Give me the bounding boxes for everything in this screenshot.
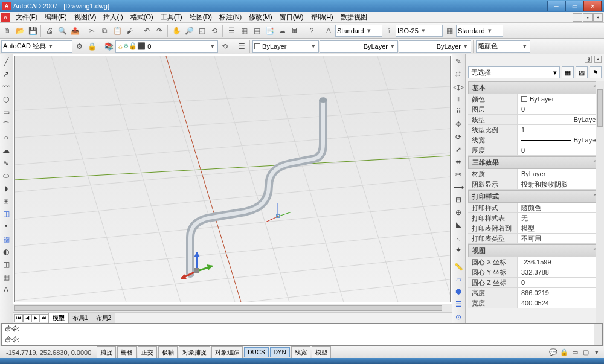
zoom-window-icon[interactable]: ◰ <box>196 25 208 37</box>
zoom-rt-icon[interactable]: 🔎 <box>183 25 195 37</box>
table-style-icon[interactable]: ▦ <box>443 25 455 37</box>
quickcalc-icon[interactable]: 🖩 <box>289 25 301 37</box>
redo-icon[interactable]: ↷ <box>153 25 165 37</box>
dyn-toggle[interactable]: DYN <box>270 347 290 357</box>
rectangle-icon[interactable]: ▭ <box>0 106 12 118</box>
model-viewport[interactable] <box>14 56 451 302</box>
pline-icon[interactable]: 〰 <box>0 81 12 93</box>
text-style-combo[interactable]: Standard▾ <box>335 25 382 37</box>
table-icon[interactable]: ▦ <box>0 271 12 283</box>
pipe-object[interactable] <box>15 56 450 302</box>
prop-color[interactable]: ByLayer <box>518 94 602 104</box>
polygon-icon[interactable]: ⬡ <box>0 94 12 106</box>
menu-window[interactable]: 窗口(W) <box>276 12 307 22</box>
erase-icon[interactable]: ✎ <box>452 56 464 68</box>
mirror-icon[interactable]: ◁▷ <box>452 81 464 93</box>
menu-draw[interactable]: 绘图(D) <box>186 12 216 22</box>
match-prop-icon[interactable]: 🖌 <box>124 25 136 37</box>
tab-next[interactable]: ▶ <box>31 314 40 322</box>
ortho-toggle[interactable]: 正交 <box>138 346 157 359</box>
pickadd-icon[interactable]: ⚑ <box>590 66 602 78</box>
prop-center-x[interactable]: -236.1599 <box>518 257 602 267</box>
rotate-icon[interactable]: ⟳ <box>452 131 464 143</box>
spline-icon[interactable]: ∿ <box>0 157 12 169</box>
model-toggle[interactable]: 模型 <box>312 346 331 359</box>
move-icon[interactable]: ✥ <box>452 118 464 130</box>
trim-icon[interactable]: ✂ <box>452 168 464 180</box>
prop-material[interactable]: ByLayer <box>518 169 602 179</box>
workspace-lock-icon[interactable]: 🔒 <box>86 40 98 53</box>
lwt-toggle[interactable]: 线宽 <box>291 346 310 359</box>
open-icon[interactable]: 📂 <box>14 25 26 37</box>
mdi-restore[interactable]: ▫ <box>583 13 593 22</box>
prop-thickness[interactable]: 0 <box>518 145 602 155</box>
insert-block-icon[interactable]: ⊞ <box>0 195 12 207</box>
menu-format[interactable]: 格式(O) <box>127 12 157 22</box>
offset-icon[interactable]: ⫴ <box>452 93 464 105</box>
markup-icon[interactable]: ☁ <box>276 25 288 37</box>
tab-first[interactable]: ⏮ <box>14 314 23 322</box>
selectobj-icon[interactable]: ▨ <box>576 66 588 78</box>
revcloud-icon[interactable]: ☁ <box>0 144 12 156</box>
scale-icon[interactable]: ⤢ <box>452 144 464 156</box>
menu-tools[interactable]: 工具(T) <box>157 12 186 22</box>
tab-layout2[interactable]: 布局2 <box>92 313 116 323</box>
list-icon[interactable]: ☰ <box>452 298 464 310</box>
fillet-icon[interactable]: ◟ <box>452 231 464 243</box>
panel-close[interactable]: × <box>594 56 602 63</box>
tab-layout1[interactable]: 布局1 <box>68 313 92 323</box>
menu-edit[interactable]: 编辑(E) <box>41 12 71 22</box>
menu-dimension[interactable]: 标注(N) <box>216 12 245 22</box>
region-mass-icon[interactable]: ⬢ <box>452 286 464 298</box>
horizontal-scrollbar[interactable] <box>13 304 452 312</box>
lineweight-combo[interactable]: ByLayer▾ <box>399 40 471 53</box>
hardware-accel-icon[interactable]: ▭ <box>570 348 580 357</box>
table-style-combo[interactable]: Standard▾ <box>456 25 503 37</box>
comm-center-icon[interactable]: 💬 <box>548 348 558 357</box>
prop-plotstyle[interactable]: 随颜色 <box>518 203 602 212</box>
prop-plottable[interactable]: 无 <box>518 213 602 223</box>
designcenter-icon[interactable]: ▦ <box>238 25 250 37</box>
ducs-toggle[interactable]: DUCS <box>244 347 268 357</box>
otrack-toggle[interactable]: 对象追踪 <box>211 346 243 359</box>
coordinates-display[interactable]: -154.7719, 252.6830, 0.0000 <box>2 349 95 356</box>
array-icon[interactable]: ⠿ <box>452 106 464 118</box>
menu-modify[interactable]: 修改(M) <box>245 12 276 22</box>
prop-center-y[interactable]: 332.3788 <box>518 267 602 277</box>
polar-toggle[interactable]: 极轴 <box>158 346 178 359</box>
workspace-settings-icon[interactable]: ⚙ <box>73 40 85 53</box>
layer-combo[interactable]: ☼❄🔓⬛ 0▾ <box>115 40 218 53</box>
copy-obj-icon[interactable]: ⿻ <box>452 68 464 80</box>
selection-combo[interactable]: 无选择▾ <box>468 66 560 78</box>
save-icon[interactable]: 💾 <box>27 25 39 37</box>
tab-last[interactable]: ⏭ <box>40 314 48 322</box>
clean-screen-icon[interactable]: ▢ <box>581 348 591 357</box>
paste-icon[interactable]: 📋 <box>111 25 123 37</box>
group-basic[interactable]: 基本⌃ <box>468 81 602 94</box>
sheetset-icon[interactable]: 📑 <box>263 25 275 37</box>
prop-plottype[interactable]: 不可用 <box>518 234 602 243</box>
prop-plotattach[interactable]: 模型 <box>518 223 602 233</box>
layer-manager-icon[interactable]: 📚 <box>103 40 115 53</box>
tab-model[interactable]: 模型 <box>48 313 69 323</box>
ellipse-arc-icon[interactable]: ◗ <box>0 182 12 194</box>
mdi-close[interactable]: × <box>593 13 603 22</box>
mdi-minimize[interactable]: - <box>573 13 582 22</box>
zoom-prev-icon[interactable]: ⟲ <box>208 25 220 37</box>
circle-icon[interactable]: ○ <box>0 132 12 144</box>
undo-icon[interactable]: ↶ <box>141 25 153 37</box>
qnew-icon[interactable]: 🗎 <box>1 25 13 37</box>
plotstyle-combo[interactable]: 随颜色▾ <box>476 40 530 53</box>
prop-width[interactable]: 400.0524 <box>518 298 602 308</box>
tab-prev[interactable]: ◀ <box>23 314 31 322</box>
gradient-icon[interactable]: ◐ <box>0 246 12 258</box>
chamfer-icon[interactable]: ◣ <box>452 219 464 231</box>
prop-shadow[interactable]: 投射和接收阴影 <box>518 179 602 189</box>
dim-style-icon[interactable]: ⟟ <box>383 25 395 37</box>
group-view[interactable]: 视图⌃ <box>468 244 602 257</box>
osnap-toggle[interactable]: 对象捕捉 <box>179 346 210 359</box>
prop-linetype[interactable]: ByLayer <box>518 115 602 124</box>
properties-scrollbar[interactable] <box>596 81 604 323</box>
stretch-icon[interactable]: ⬌ <box>452 156 464 168</box>
id-icon[interactable]: ⊙ <box>452 311 464 323</box>
